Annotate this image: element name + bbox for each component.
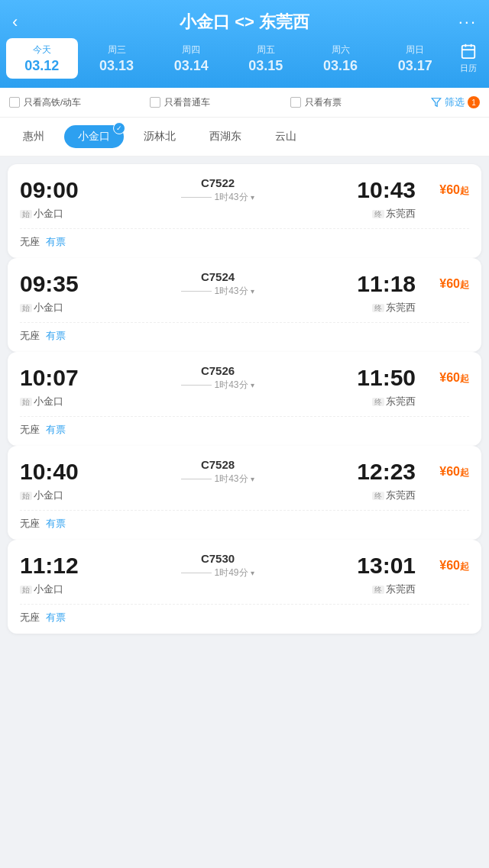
train-number-C7522: C7522 (201, 176, 235, 189)
train-list: 09:00 C7522 1时43分 ▾ 10:43 ¥60起 始小金口 (0, 156, 489, 641)
date-tab-03.13[interactable]: 周三 03.13 (81, 38, 153, 79)
depart-time-C7526: 10:07 (20, 365, 89, 391)
seat-label-C7524: 无座 (20, 329, 40, 343)
filter-icon (431, 97, 442, 108)
train-duration-C7522: 1时43分 ▾ (181, 191, 254, 204)
train-price-C7528: ¥60起 (416, 465, 469, 479)
train-card-C7526[interactable]: 10:07 C7526 1时43分 ▾ 11:50 ¥60起 始小金口 (8, 352, 481, 446)
train-duration-C7528: 1时43分 ▾ (181, 473, 254, 486)
arrive-station-C7526: 终东莞西 (347, 395, 416, 408)
date-label: 03.16 (323, 58, 358, 74)
weekday-label: 周四 (182, 44, 200, 56)
train-number-C7526: C7526 (201, 364, 235, 377)
station-tab-惠州[interactable]: 惠州 (9, 125, 58, 148)
arrive-station-C7522: 终东莞西 (347, 207, 416, 221)
svg-marker-4 (432, 98, 441, 107)
date-label: 03.14 (174, 58, 209, 74)
arrive-time-C7530: 13:01 (347, 553, 416, 579)
arrive-time-C7524: 11:18 (347, 271, 416, 297)
train-duration-C7530: 1时49分 ▾ (181, 566, 254, 579)
filter-button[interactable]: 筛选 1 (431, 95, 480, 109)
ticket-available-C7530: 有票 (46, 611, 66, 624)
filter-bar: 只看高铁/动车 只看普通车 只看有票 筛选 1 (0, 88, 489, 118)
filter-checkbox-0[interactable] (9, 97, 20, 108)
depart-time-C7524: 09:35 (20, 271, 89, 297)
weekday-label: 周日 (406, 44, 424, 56)
filter-item-label-0: 只看高铁/动车 (24, 97, 81, 108)
arrive-station-C7530: 终东莞西 (347, 582, 416, 596)
depart-station-C7526: 始小金口 (20, 395, 89, 408)
depart-station-C7522: 始小金口 (20, 207, 89, 221)
depart-station-C7524: 始小金口 (20, 301, 89, 315)
filter-item-2[interactable]: 只看有票 (290, 97, 431, 108)
header: ‹ 小金口 <> 东莞西 ··· 今天 03.12 周三 03.13 周四 03… (0, 0, 489, 88)
depart-time-C7522: 09:00 (20, 177, 89, 203)
filter-item-1[interactable]: 只看普通车 (150, 97, 290, 108)
arrive-time-C7528: 12:23 (347, 459, 416, 485)
station-tab-沥林北[interactable]: 沥林北 (130, 125, 189, 148)
back-button[interactable]: ‹ (12, 12, 40, 32)
filter-item-label-1: 只看普通车 (164, 97, 210, 108)
calendar-label: 日历 (460, 63, 477, 74)
arrive-time-C7526: 11:50 (347, 365, 416, 391)
svg-rect-0 (462, 46, 475, 58)
filter-checkbox-1[interactable] (150, 97, 160, 108)
train-duration-C7526: 1时43分 ▾ (181, 379, 254, 392)
weekday-label: 周三 (108, 44, 126, 56)
calendar-icon (460, 43, 477, 60)
date-tab-03.16[interactable]: 周六 03.16 (305, 38, 377, 79)
seat-label-C7522: 无座 (20, 235, 40, 249)
date-label: 03.17 (398, 58, 432, 74)
train-price-C7524: ¥60起 (416, 277, 469, 292)
filter-badge: 1 (468, 96, 480, 108)
arrive-station-C7524: 终东莞西 (347, 301, 416, 315)
ticket-available-C7526: 有票 (46, 423, 66, 437)
filter-checkbox-2[interactable] (290, 97, 301, 108)
weekday-label: 周六 (332, 44, 350, 56)
weekday-label: 今天 (33, 44, 51, 56)
date-tab-03.15[interactable]: 周五 03.15 (230, 38, 302, 79)
date-label: 03.13 (99, 58, 134, 74)
date-tab-03.12[interactable]: 今天 03.12 (6, 38, 78, 79)
train-price-C7530: ¥60起 (416, 559, 469, 573)
train-card-C7528[interactable]: 10:40 C7528 1时43分 ▾ 12:23 ¥60起 始小金口 (8, 446, 481, 540)
depart-station-C7530: 始小金口 (20, 582, 89, 596)
train-number-C7524: C7524 (201, 270, 235, 283)
filter-label: 筛选 (445, 95, 465, 109)
calendar-button[interactable]: 日历 (454, 38, 483, 79)
station-tab-小金口[interactable]: 小金口 (64, 125, 124, 148)
train-card-C7524[interactable]: 09:35 C7524 1时43分 ▾ 11:18 ¥60起 始小金口 (8, 258, 481, 352)
train-price-C7522: ¥60起 (416, 183, 469, 198)
date-label: 03.15 (248, 58, 283, 74)
date-tab-03.17[interactable]: 周日 03.17 (379, 38, 451, 79)
depart-time-C7530: 11:12 (20, 553, 89, 579)
page-title: 小金口 <> 东莞西 (40, 11, 449, 34)
depart-time-C7528: 10:40 (20, 459, 89, 485)
ticket-available-C7528: 有票 (46, 517, 66, 531)
arrive-time-C7522: 10:43 (347, 177, 416, 203)
train-card-C7522[interactable]: 09:00 C7522 1时43分 ▾ 10:43 ¥60起 始小金口 (8, 164, 481, 258)
ticket-available-C7524: 有票 (46, 329, 66, 343)
weekday-label: 周五 (257, 44, 275, 56)
filter-item-label-2: 只看有票 (305, 97, 342, 108)
station-tab-云山[interactable]: 云山 (261, 125, 310, 148)
train-number-C7528: C7528 (201, 458, 235, 471)
train-number-C7530: C7530 (201, 552, 235, 565)
arrive-station-C7528: 终东莞西 (347, 489, 416, 502)
filter-item-0[interactable]: 只看高铁/动车 (9, 97, 150, 108)
more-button[interactable]: ··· (449, 12, 477, 32)
train-price-C7526: ¥60起 (416, 371, 469, 386)
train-duration-C7524: 1时43分 ▾ (181, 285, 254, 298)
depart-station-C7528: 始小金口 (20, 489, 89, 502)
seat-label-C7526: 无座 (20, 423, 40, 437)
seat-label-C7528: 无座 (20, 517, 40, 531)
date-tabs: 今天 03.12 周三 03.13 周四 03.14 周五 03.15 周六 0… (0, 38, 489, 88)
seat-label-C7530: 无座 (20, 611, 40, 624)
station-tab-西湖东[interactable]: 西湖东 (196, 125, 255, 148)
train-card-C7530[interactable]: 11:12 C7530 1时49分 ▾ 13:01 ¥60起 始小金口 (8, 540, 481, 634)
date-tab-03.14[interactable]: 周四 03.14 (155, 38, 227, 79)
ticket-available-C7522: 有票 (46, 235, 66, 249)
station-tabs: 惠州小金口沥林北西湖东云山 (0, 118, 489, 156)
date-label: 03.12 (24, 58, 59, 74)
